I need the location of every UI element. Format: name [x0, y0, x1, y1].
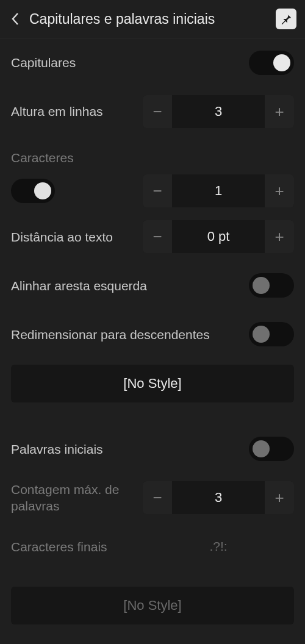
label-altura: Altura em linhas	[11, 103, 135, 120]
row-contagem: Contagem máx. de palavras − 3 +	[11, 473, 294, 522]
style-select-2-label: [No Style]	[123, 598, 181, 614]
row-alinhar: Alinhar aresta esquerda	[11, 261, 294, 310]
label-capitulares: Capitulares	[11, 54, 242, 71]
altura-increment[interactable]: +	[265, 95, 294, 128]
label-palavras: Palavras iniciais	[11, 441, 242, 457]
label-alinhar: Alinhar aresta esquerda	[11, 277, 242, 294]
contagem-increment[interactable]: +	[265, 481, 294, 514]
row-palavras: Palavras iniciais	[11, 424, 294, 473]
caracteres-increment[interactable]: +	[265, 174, 294, 207]
stepper-caracteres: − 1 +	[143, 174, 294, 207]
row-caracteres-controls: − 1 +	[11, 170, 294, 212]
distancia-increment[interactable]: +	[265, 220, 294, 253]
distancia-value[interactable]: 0 pt	[172, 229, 265, 245]
stepper-altura: − 3 +	[143, 95, 294, 128]
caracteres-value[interactable]: 1	[172, 183, 265, 199]
finais-value[interactable]: .?!:	[143, 539, 294, 554]
back-button[interactable]	[9, 12, 22, 26]
toggle-knob	[34, 182, 51, 199]
altura-value[interactable]: 3	[172, 104, 265, 120]
toggle-alinhar[interactable]	[249, 273, 294, 298]
contagem-value[interactable]: 3	[172, 490, 265, 506]
row-capitulares: Capitulares	[11, 38, 294, 87]
pin-button[interactable]	[276, 9, 296, 29]
row-altura: Altura em linhas − 3 +	[11, 87, 294, 136]
toggle-capitulares[interactable]	[249, 51, 294, 75]
label-contagem: Contagem máx. de palavras	[11, 481, 135, 515]
altura-decrement[interactable]: −	[143, 95, 172, 128]
toggle-knob	[253, 440, 270, 457]
label-redimensionar: Redimensionar para descendentes	[11, 326, 242, 343]
stepper-distancia: − 0 pt +	[143, 220, 294, 253]
panel-header: Capitulares e palavras iniciais	[0, 0, 305, 38]
style-select-1-label: [No Style]	[123, 376, 181, 392]
style-select-1[interactable]: [No Style]	[11, 365, 294, 402]
distancia-decrement[interactable]: −	[143, 220, 172, 253]
toggle-redimensionar[interactable]	[249, 322, 294, 346]
row-redimensionar: Redimensionar para descendentes	[11, 310, 294, 359]
row-finais: Caracteres finais .?!:	[11, 522, 294, 571]
contagem-decrement[interactable]: −	[143, 481, 172, 514]
toggle-knob	[273, 54, 290, 71]
panel-title: Capitulares e palavras iniciais	[29, 11, 268, 27]
label-distancia: Distância ao texto	[11, 229, 135, 245]
row-distancia: Distância ao texto − 0 pt +	[11, 212, 294, 261]
caracteres-decrement[interactable]: −	[143, 174, 172, 207]
toggle-knob	[253, 326, 270, 343]
pin-icon	[279, 12, 293, 26]
label-finais: Caracteres finais	[11, 538, 135, 555]
toggle-caracteres[interactable]	[11, 179, 55, 203]
label-caracteres: Caracteres	[11, 146, 294, 170]
toggle-palavras[interactable]	[249, 437, 294, 461]
toggle-knob	[253, 277, 270, 294]
style-select-2[interactable]: [No Style]	[11, 587, 294, 624]
stepper-contagem: − 3 +	[143, 481, 294, 514]
